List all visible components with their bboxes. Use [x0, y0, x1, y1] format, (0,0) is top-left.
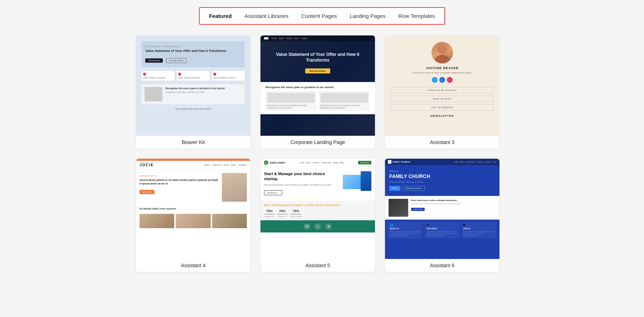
a3-social: t f i: [432, 77, 453, 83]
a4-hero-btn: Learn More: [140, 190, 155, 194]
corp-s2-item-1: Recognise the users pain or problem to b…: [265, 91, 317, 111]
template-card-beaver-kit[interactable]: OFFER AND TRANSFORMS Value Statement of …: [136, 35, 250, 149]
a5-stat-num-2: 76%: [277, 209, 288, 213]
a6-section2: Nunc vitae lacus a tellus volutpat ferme…: [385, 196, 499, 220]
a5-hero: Start & Manage your best choice startup.…: [260, 167, 375, 199]
corp-s2-img-2: [321, 93, 368, 103]
a4-section-title: Ex fabulis iudico eum ocurrere: [140, 207, 247, 210]
preview-assistant4: JOCIE ABOUT SERVICES BLOG SHOP CONNECT L…: [136, 159, 250, 259]
a4-photo-1: [140, 214, 174, 228]
a5-stat-label-3: Projects Completed: [290, 216, 302, 217]
a6-bottom: 👥 ABOUT US We are a new denominational c…: [385, 220, 499, 241]
corp-btn: Relevant Button: [305, 68, 330, 73]
a5-stat-label-1: Happy Clients: [264, 216, 275, 217]
a5-hero-body: The business standard to show the perfec…: [264, 184, 340, 186]
a5-hero-text: Start & Manage your best choice startup.…: [264, 171, 340, 196]
a3-links: LISTEN TO MY PODCAST READ MY BLOG VISIT …: [391, 87, 494, 111]
a6-join-btn: Join Us: [389, 186, 400, 191]
tab-bar: Featured Assistant Libraries Content Pag…: [199, 7, 445, 25]
a5-nav: S SAFE START Home About Services Testimo…: [260, 159, 375, 167]
template-card-assistant6[interactable]: FAMILY CHURCH HOME ABOUT MINISTRIES LOCA…: [385, 159, 499, 272]
a3-podcast-btn: LISTEN TO MY PODCAST: [391, 87, 494, 93]
a6-col-join: ✚ JOIN US We exist to put to engage all …: [461, 222, 497, 239]
bk-feat-text-3: Value / Dynamic or acuiman: [213, 77, 243, 79]
template-label-assistant4: Assistant 4: [136, 259, 250, 272]
a4-photo-2: [176, 214, 210, 228]
tab-featured[interactable]: Featured: [208, 11, 232, 20]
a5-bottom-icon-2: ✓: [314, 223, 321, 230]
a5-bottom-icon-1: ⚙: [304, 223, 310, 230]
a6-vision-title: OUR VISION: [426, 227, 458, 230]
bk-content-title: Recognise the users pain or problem to b…: [165, 87, 242, 90]
corp-s2-img-1: [267, 93, 315, 103]
template-card-assistant5[interactable]: S SAFE START Home About Services Testimo…: [260, 159, 375, 272]
template-card-assistant4[interactable]: JOCIE ABOUT SERVICES BLOG SHOP CONNECT L…: [136, 159, 250, 272]
a6-welcome: Welcome to: [389, 170, 495, 172]
instagram-icon: i: [447, 77, 453, 83]
a6-about-body: We are a new denominational community wh…: [390, 231, 421, 237]
template-card-corporate-landing[interactable]: Home About Portfolio News Contact Value …: [260, 35, 375, 149]
corp-nav: Home About Portfolio News Contact: [260, 35, 375, 41]
a5-stat-num-1: 76%: [264, 209, 275, 213]
a6-btns: Join Us MORNING SERVICE: [389, 186, 495, 191]
preview-assistant6: FAMILY CHURCH HOME ABOUT MINISTRIES LOCA…: [385, 159, 499, 259]
a6-nav-logo: FAMILY CHURCH: [388, 160, 410, 164]
a5-person-graphic: [361, 171, 371, 191]
a4-hero-title: Vocent dicam putent eu vix altera facili…: [140, 178, 219, 186]
bk-hero-title: Value Statement of Your Offer and How It…: [145, 49, 241, 53]
a5-stat-num-3: 76%: [290, 209, 302, 213]
a4-nav-logo: JOCIE: [140, 163, 154, 167]
a3-blog-btn: READ MY BLOG: [391, 96, 494, 102]
corp-section2-title: Recognise the users pain or problem to b…: [265, 86, 370, 89]
a6-vision-icon: 👁: [426, 224, 458, 227]
tab-landing-pages[interactable]: Landing Pages: [349, 11, 386, 20]
a5-stats-section: We'r 10,000 project complete & 100% clie…: [260, 201, 375, 220]
corp-section2-grid: Recognise the users pain or problem to b…: [265, 91, 370, 111]
bk-primary-btn: Primary Button: [145, 58, 163, 63]
bk-content-text: Recognise the users pain or problem to b…: [165, 87, 242, 101]
bk-feat-icon-3: [213, 73, 216, 76]
corp-s2-item-2: Recognise the users pain or problem to b…: [319, 91, 370, 111]
a4-section: Ex fabulis iudico eum ocurrere: [136, 205, 250, 214]
a5-stats-row: 76% Happy Clients 76% Projects Done 76%: [264, 209, 371, 217]
tab-content-pages[interactable]: Content Pages: [301, 11, 337, 20]
preview-corporate: Home About Portfolio News Contact Value …: [260, 35, 375, 136]
a3-bio: Lorem ipsum dolor sit amet, consectetur …: [413, 71, 472, 74]
a6-about-icon: 👥: [390, 224, 421, 227]
a4-nav-links: ABOUT SERVICES BLOG SHOP CONNECT: [204, 164, 247, 166]
a6-nav-links: HOME ABOUT MINISTRIES LOCATION CONNECT G…: [454, 161, 497, 163]
tab-assistant-libraries[interactable]: Assistant Libraries: [244, 11, 289, 20]
a6-subtitle: A Place of Worship, Fellowship, and Prai…: [389, 181, 495, 183]
tab-row-templates[interactable]: Row Templates: [397, 11, 435, 20]
a6-logo-icon: [388, 160, 391, 164]
a4-photo-3: [212, 214, 247, 228]
a4-hero-img: [222, 173, 247, 202]
a5-bottom-bar: ⚙ ✓ ★: [260, 220, 375, 232]
facebook-icon: f: [439, 77, 445, 83]
a5-stat-bar-3: [291, 213, 301, 215]
bk-content-body: Recognise the users pain or problem to b…: [165, 91, 242, 93]
preview-beaver-kit: OFFER AND TRANSFORMS Value Statement of …: [136, 35, 250, 136]
safe-start-logo-icon: S: [264, 160, 268, 165]
a4-hero-tag: LOREM FACTO: [140, 175, 219, 177]
a5-logo: S SAFE START: [264, 160, 285, 165]
a5-nav-links: Home About Services Testimonials Pricing…: [299, 162, 343, 164]
a4-hero: LOREM FACTO Vocent dicam putent eu vix a…: [136, 169, 250, 205]
a4-nav: JOCIE ABOUT SERVICES BLOG SHOP CONNECT: [136, 161, 250, 169]
bk-feat-1: Value / Dynamic or acuiman: [142, 71, 175, 81]
a5-stat-bar-2: [277, 213, 288, 215]
a6-hero: Welcome to FAMILY CHURCH A Place of Wors…: [385, 165, 499, 196]
a6-vision-body: To make you a Loving collaborative commu…: [426, 231, 458, 237]
preview-assistant5: S SAFE START Home About Services Testimo…: [260, 159, 375, 259]
template-card-assistant3[interactable]: JUSTINE BEAVER Lorem ipsum dolor sit ame…: [385, 35, 499, 149]
a3-newsletter: NEWSLETTER: [430, 114, 454, 117]
a6-sec2-text: Nunc vitae lacus a tellus volutpat ferme…: [411, 199, 496, 217]
bk-hero: OFFER AND TRANSFORMS Value Statement of …: [142, 41, 245, 67]
bk-feat-icon-1: [143, 73, 146, 76]
template-label-assistant6: Assistant 6: [385, 259, 499, 272]
avatar-svg: [431, 42, 453, 63]
page-wrapper: Featured Assistant Libraries Content Pag…: [0, 0, 644, 317]
preview-assistant3: JUSTINE BEAVER Lorem ipsum dolor sit ame…: [385, 35, 499, 136]
a6-about-title: ABOUT US: [390, 227, 421, 230]
a6-sec2-title: Nunc vitae lacus a tellus volutpat ferme…: [411, 199, 496, 202]
